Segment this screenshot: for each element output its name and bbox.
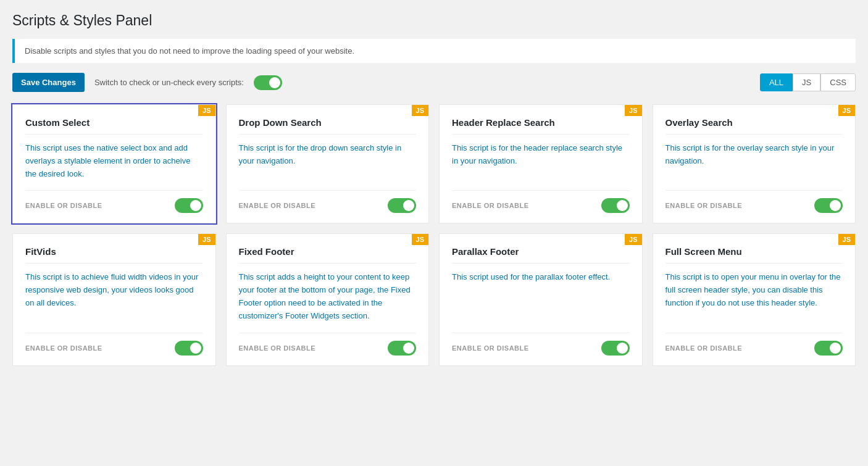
enable-label-fixed-footer: ENABLE OR DISABLE [239,344,316,352]
switch-label: Switch to check or un-check every script… [94,78,244,87]
card-toggle-custom-select[interactable] [175,198,203,213]
card-toggle-parallax-footer[interactable] [601,341,630,356]
card-desc-full-screen-menu: This script is to open your menu in over… [666,271,843,322]
card-footer-parallax-footer: ENABLE OR DISABLE [452,333,630,356]
card-title-drop-down-search: Drop Down Search [239,117,417,135]
card-title-overlay-search: Overlay Search [666,117,843,135]
card-footer-header-replace-search: ENABLE OR DISABLE [452,190,630,213]
card-badge-header-replace-search: JS [625,105,641,116]
card-badge-custom-select: JS [198,105,215,116]
card-toggle-slider-full-screen-menu [814,341,843,356]
card-badge-full-screen-menu: JS [838,234,855,245]
card-desc-parallax-footer: This script used for the parallax footer… [452,271,630,322]
card-toggle-header-replace-search[interactable] [601,198,630,213]
card-desc-header-replace-search: This script is for the header replace se… [452,142,630,180]
card-overlay-search: JS Overlay Search This script is for the… [653,104,856,223]
card-toggle-slider-custom-select [175,198,203,213]
enable-label-custom-select: ENABLE OR DISABLE [25,202,102,209]
card-fitvids: JS FitVids This script is to achieve flu… [12,233,216,365]
card-desc-overlay-search: This script is for the overlay search st… [666,142,843,180]
card-desc-fixed-footer: This script adds a height to your conten… [239,271,417,322]
card-badge-fixed-footer: JS [412,234,428,245]
card-footer-drop-down-search: ENABLE OR DISABLE [239,190,417,213]
global-toggle-slider [254,75,282,90]
card-desc-custom-select: This script uses the native select box a… [25,142,203,180]
card-footer-fixed-footer: ENABLE OR DISABLE [239,333,417,356]
card-title-fixed-footer: Fixed Footer [239,246,417,264]
card-toggle-slider-parallax-footer [601,341,630,356]
cards-grid: JS Custom Select This script uses the na… [12,104,856,366]
filter-css-button[interactable]: CSS [820,73,856,91]
card-full-screen-menu: JS Full Screen Menu This script is to op… [653,233,856,365]
toolbar: Save Changes Switch to check or un-check… [12,73,856,92]
card-title-custom-select: Custom Select [25,117,203,135]
card-fixed-footer: JS Fixed Footer This script adds a heigh… [226,233,430,365]
enable-label-full-screen-menu: ENABLE OR DISABLE [666,344,743,352]
card-header-replace-search: JS Header Replace Search This script is … [439,104,643,223]
card-toggle-fitvids[interactable] [175,341,203,356]
filter-js-button[interactable]: JS [793,73,820,91]
enable-label-overlay-search: ENABLE OR DISABLE [666,202,743,209]
filter-buttons: ALL JS CSS [760,73,856,91]
card-badge-overlay-search: JS [838,105,855,116]
card-toggle-slider-overlay-search [814,198,843,213]
card-toggle-slider-drop-down-search [388,198,416,213]
card-footer-full-screen-menu: ENABLE OR DISABLE [666,333,843,356]
card-toggle-slider-fixed-footer [388,341,416,356]
card-footer-fitvids: ENABLE OR DISABLE [25,333,203,356]
enable-label-drop-down-search: ENABLE OR DISABLE [239,202,316,209]
card-title-full-screen-menu: Full Screen Menu [666,246,843,264]
card-badge-drop-down-search: JS [412,105,428,116]
card-drop-down-search: JS Drop Down Search This script is for t… [226,104,430,223]
page-wrapper: Scripts & Styles Panel Disable scripts a… [0,0,868,378]
page-title: Scripts & Styles Panel [12,12,856,29]
card-badge-fitvids: JS [198,234,215,245]
filter-all-button[interactable]: ALL [760,73,793,91]
card-toggle-fixed-footer[interactable] [388,341,416,356]
enable-label-parallax-footer: ENABLE OR DISABLE [452,344,529,352]
notice-text: Disable scripts and styles that you do n… [25,46,354,56]
card-title-header-replace-search: Header Replace Search [452,117,630,135]
card-toggle-slider-header-replace-search [601,198,630,213]
card-desc-drop-down-search: This script is for the drop down search … [239,142,417,180]
card-parallax-footer: JS Parallax Footer This script used for … [439,233,643,365]
card-footer-overlay-search: ENABLE OR DISABLE [666,190,843,213]
enable-label-fitvids: ENABLE OR DISABLE [25,344,102,352]
enable-label-header-replace-search: ENABLE OR DISABLE [452,202,529,209]
card-desc-fitvids: This script is to achieve fluid width vi… [25,271,203,322]
card-badge-parallax-footer: JS [625,234,641,245]
card-toggle-drop-down-search[interactable] [388,198,416,213]
card-title-fitvids: FitVids [25,246,203,264]
card-footer-custom-select: ENABLE OR DISABLE [25,190,203,213]
global-toggle[interactable] [254,75,282,90]
card-title-parallax-footer: Parallax Footer [452,246,630,264]
save-button[interactable]: Save Changes [12,73,85,92]
card-toggle-slider-fitvids [175,341,203,356]
card-toggle-overlay-search[interactable] [814,198,843,213]
card-custom-select: JS Custom Select This script uses the na… [12,104,216,223]
card-toggle-full-screen-menu[interactable] [814,341,843,356]
notice-bar: Disable scripts and styles that you do n… [12,39,856,63]
